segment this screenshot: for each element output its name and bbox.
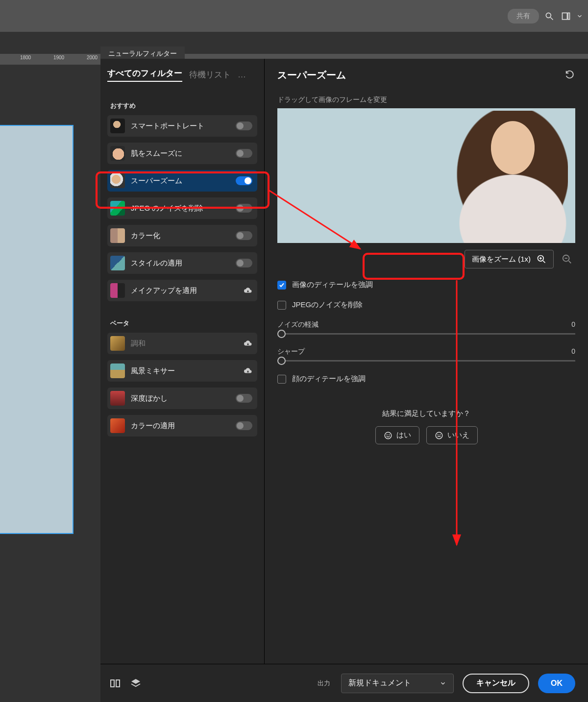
zoom-out-button[interactable]	[559, 251, 575, 267]
filter-landscape-mixer[interactable]: 風景ミキサー	[107, 360, 257, 382]
slider-thumb[interactable]	[277, 357, 286, 365]
compare-icon[interactable]	[109, 678, 121, 689]
slider-noise-reduce[interactable]: ノイズの軽減 0	[277, 320, 575, 335]
thumb-icon	[110, 336, 125, 351]
cloud-download-icon[interactable]	[244, 286, 252, 295]
filter-super-zoom[interactable]: スーパーズーム	[107, 170, 257, 192]
cloud-download-icon[interactable]	[244, 339, 252, 348]
toggle[interactable]	[236, 231, 252, 240]
filter-jpeg-noise[interactable]: JPEG のノイズを削除	[107, 197, 257, 219]
frown-icon	[435, 431, 443, 440]
filter-label: スタイルの適用	[131, 259, 236, 268]
filter-harmonization[interactable]: 調和	[107, 333, 257, 354]
toggle[interactable]	[236, 149, 252, 158]
checkbox-icon	[277, 375, 286, 384]
filter-detail-column: スーパーズーム ドラッグして画像のフレームを変更 画像をズーム (1x) 画像の…	[265, 59, 588, 664]
svg-line-1	[551, 17, 553, 20]
satisfaction-question: 結果に満足していますか？	[277, 409, 575, 418]
thumb-icon	[110, 146, 125, 161]
output-value: 新規ドキュメント	[348, 678, 411, 688]
vote-yes-button[interactable]: はい	[375, 426, 419, 444]
share-button[interactable]: 共有	[508, 9, 539, 24]
drag-frame-hint: ドラッグして画像のフレームを変更	[277, 96, 575, 104]
chevron-down-icon	[440, 680, 446, 687]
toggle[interactable]	[236, 259, 252, 267]
vote-no-button[interactable]: いいえ	[426, 426, 478, 444]
filter-label: 風景ミキサー	[131, 366, 244, 376]
filter-smart-portrait[interactable]: スマートポートレート	[107, 115, 257, 137]
checkbox-label: JPEGのノイズを削除	[292, 300, 363, 310]
filter-style-transfer[interactable]: スタイルの適用	[107, 252, 257, 274]
svg-point-16	[440, 435, 440, 435]
thumb-icon	[110, 283, 125, 298]
cancel-button[interactable]: キャンセル	[463, 674, 529, 693]
vote-label: いいえ	[447, 431, 469, 440]
satisfaction-block: 結果に満足していますか？ はい いいえ	[277, 409, 575, 444]
filters-list-column: すべてのフィルター 待機リスト … おすすめ スマートポートレート 肌をスムーズ…	[100, 59, 265, 664]
slider-thumb[interactable]	[277, 330, 286, 338]
checkbox-face-detail[interactable]: 顔のディテールを強調	[277, 374, 575, 384]
output-select[interactable]: 新規ドキュメント	[341, 674, 454, 693]
section-recommended: おすすめ	[110, 101, 257, 110]
filter-depth-blur[interactable]: 深度ぼかし	[107, 387, 257, 409]
neural-filters-panel: すべてのフィルター 待機リスト … おすすめ スマートポートレート 肌をスムーズ…	[100, 59, 588, 702]
search-icon[interactable]	[543, 10, 556, 23]
slider-value: 0	[571, 347, 575, 356]
workspace-icon[interactable]	[560, 10, 572, 23]
layers-icon[interactable]	[130, 678, 142, 689]
tab-more[interactable]: …	[238, 70, 247, 80]
smile-icon	[384, 431, 392, 440]
toggle[interactable]	[236, 204, 252, 213]
svg-line-9	[569, 261, 571, 264]
section-beta: ベータ	[110, 319, 257, 328]
checkbox-jpeg-noise[interactable]: JPEGのノイズを削除	[277, 300, 575, 310]
toggle[interactable]	[236, 121, 252, 130]
filter-color-transfer[interactable]: カラーの適用	[107, 415, 257, 436]
filter-makeup[interactable]: メイクアップを適用	[107, 280, 257, 301]
filter-colorize[interactable]: カラー化	[107, 225, 257, 246]
slider-track[interactable]	[277, 333, 575, 335]
vote-label: はい	[396, 431, 411, 440]
panel-bottom-bar: 出力 新規ドキュメント キャンセル OK	[100, 664, 588, 702]
ok-button[interactable]: OK	[538, 674, 575, 693]
svg-line-5	[543, 261, 545, 263]
zoom-out-icon	[562, 254, 572, 265]
tab-all-filters[interactable]: すべてのフィルター	[107, 68, 182, 82]
toggle[interactable]	[236, 176, 252, 185]
output-label: 出力	[318, 679, 330, 688]
slider-track[interactable]	[277, 360, 575, 362]
slider-sharpen[interactable]: シャープ 0	[277, 347, 575, 362]
chevron-down-icon[interactable]	[576, 10, 583, 23]
filter-label: スーパーズーム	[131, 176, 236, 186]
thumb-icon	[110, 201, 125, 216]
thumb-icon	[110, 228, 125, 243]
filter-label: JPEG のノイズを削除	[131, 204, 236, 213]
canvas-document[interactable]	[0, 125, 74, 534]
svg-rect-17	[111, 680, 114, 687]
svg-point-14	[436, 432, 442, 439]
checkbox-image-detail[interactable]: 画像のディテールを強調	[277, 280, 575, 290]
filter-skin-smoothing[interactable]: 肌をスムーズに	[107, 143, 257, 164]
tab-waitlist[interactable]: 待機リスト	[189, 69, 231, 80]
filter-tabs: すべてのフィルター 待機リスト …	[107, 68, 257, 82]
svg-point-15	[438, 435, 438, 435]
filter-label: 調和	[131, 339, 244, 348]
cloud-download-icon[interactable]	[244, 366, 252, 375]
reset-icon[interactable]	[564, 69, 575, 82]
filter-label: カラーの適用	[131, 421, 236, 431]
thumb-icon	[110, 256, 125, 270]
toggle[interactable]	[236, 394, 252, 403]
checkbox-label: 顔のディテールを強調	[292, 374, 366, 384]
thumb-icon	[110, 363, 125, 378]
preview-image[interactable]	[277, 108, 575, 243]
preview-person	[445, 111, 568, 243]
zoom-in-button[interactable]: 画像をズーム (1x)	[465, 250, 554, 268]
filter-label: メイクアップを適用	[131, 286, 244, 295]
svg-point-0	[546, 13, 551, 18]
thumb-icon	[110, 119, 125, 133]
slider-label: ノイズの軽減	[277, 320, 318, 329]
svg-point-11	[385, 432, 392, 439]
svg-point-13	[389, 435, 389, 435]
filter-label: 深度ぼかし	[131, 394, 236, 403]
toggle[interactable]	[236, 421, 252, 430]
